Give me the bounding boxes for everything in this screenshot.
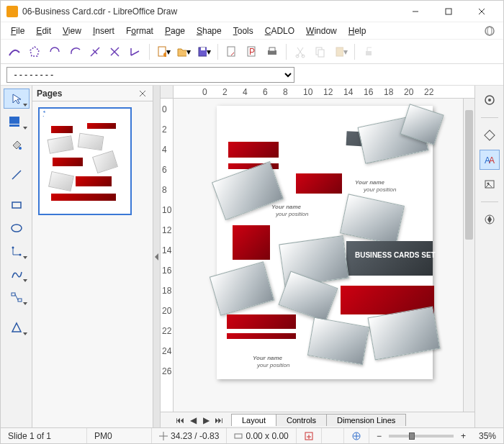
- last-page-button[interactable]: ⏭: [212, 414, 225, 427]
- extension-icon[interactable]: [482, 23, 498, 39]
- cursor-pos-icon: [159, 432, 168, 440]
- horizontal-ruler[interactable]: 0 2 4 6 8 10 12 14 16 18 20 22: [174, 86, 474, 99]
- status-layer: PM0: [87, 428, 152, 443]
- menu-cadlo[interactable]: CADLO: [261, 24, 299, 37]
- maximize-button[interactable]: [433, 1, 464, 22]
- status-slide: Slide 1 of 1: [1, 428, 87, 443]
- page-thumbnail[interactable]: 1: [38, 107, 132, 215]
- first-page-button[interactable]: ⏮: [174, 414, 186, 427]
- print-icon[interactable]: [264, 44, 280, 60]
- line-style-select[interactable]: --------: [6, 67, 294, 83]
- svg-rect-35: [18, 299, 22, 302]
- close-button[interactable]: [466, 1, 498, 22]
- properties-icon[interactable]: [480, 90, 500, 110]
- fit-page-icon[interactable]: [344, 428, 369, 443]
- svg-point-5: [487, 27, 492, 35]
- fill-bucket-tool[interactable]: [4, 135, 30, 155]
- menu-bar: File Edit View Insert Format Page Shape …: [1, 22, 503, 40]
- menu-page[interactable]: Page: [161, 24, 189, 37]
- menu-format[interactable]: Format: [122, 24, 158, 37]
- line-tool[interactable]: [4, 165, 30, 185]
- paste-icon[interactable]: ▾: [333, 44, 348, 60]
- menu-file[interactable]: File: [6, 24, 29, 37]
- connector-tool[interactable]: [4, 241, 30, 261]
- svg-point-40: [488, 99, 491, 101]
- menu-tools[interactable]: Tools: [229, 24, 258, 37]
- panel-collapse-handle[interactable]: [153, 86, 161, 427]
- status-modified-icon[interactable]: [297, 428, 322, 443]
- export-pdf-icon[interactable]: P: [244, 44, 260, 60]
- svg-rect-14: [201, 47, 205, 50]
- size-icon: [234, 432, 243, 440]
- navigator-icon[interactable]: [480, 209, 500, 230]
- select-tool[interactable]: [4, 89, 30, 109]
- zoom-slider[interactable]: −+: [369, 428, 473, 443]
- line-style-bar: --------: [1, 64, 503, 86]
- arc-segment-icon[interactable]: [67, 44, 83, 60]
- tab-dimension[interactable]: Dimension Lines: [326, 414, 406, 426]
- curve-tool-icon[interactable]: [6, 44, 22, 60]
- status-size: 0.00 x 0.00: [227, 428, 296, 443]
- vertical-ruler[interactable]: 0 2 4 6 8 10 12 14 16 18 20 22 24 26: [161, 99, 174, 412]
- svg-point-28: [19, 147, 22, 150]
- main-toolbar: ▾ ▾ ▾ P ▾: [1, 40, 503, 64]
- canvas-area: 0 2 4 6 8 10 12 14 16 18 20 22 0 2 4 6 8: [161, 86, 474, 427]
- cut-icon[interactable]: [292, 44, 308, 60]
- menu-insert[interactable]: Insert: [89, 24, 119, 37]
- menu-shape[interactable]: Shape: [192, 24, 226, 37]
- toolbox: [1, 86, 32, 427]
- curve-draw-tool[interactable]: [4, 264, 30, 284]
- new-doc-icon[interactable]: ▾: [156, 44, 171, 60]
- svg-rect-41: [484, 130, 494, 140]
- polygon-tool-icon[interactable]: [27, 44, 42, 60]
- menu-view[interactable]: View: [58, 24, 86, 37]
- ruler-corner[interactable]: [161, 86, 174, 99]
- vertical-scrollbar[interactable]: [463, 99, 474, 412]
- save-icon[interactable]: ▾: [196, 44, 212, 60]
- prev-page-button[interactable]: ◀: [186, 414, 199, 427]
- svg-text:A: A: [489, 155, 495, 166]
- menu-edit[interactable]: Edit: [32, 24, 55, 37]
- sidebar-rail: AA: [474, 86, 503, 427]
- svg-marker-6: [30, 47, 39, 56]
- svg-rect-26: [9, 117, 19, 124]
- menu-window[interactable]: Window: [302, 24, 341, 37]
- drawing-viewport[interactable]: Your name your position Your name your p…: [174, 99, 463, 412]
- pages-panel-header: Pages: [32, 86, 153, 101]
- arc-tool-icon[interactable]: [47, 44, 63, 60]
- tab-layout[interactable]: Layout: [231, 414, 276, 426]
- svg-text:P: P: [249, 47, 255, 57]
- tab-controls[interactable]: Controls: [276, 414, 327, 426]
- gallery-icon[interactable]: [480, 174, 500, 194]
- angle-icon[interactable]: [127, 44, 143, 60]
- connector2-tool[interactable]: [4, 287, 30, 307]
- pages-panel: Pages 1: [32, 86, 153, 427]
- shapes-icon[interactable]: [480, 125, 500, 145]
- svg-rect-19: [269, 47, 275, 51]
- window-title: 06-Business Card.cdr - LibreOffice Draw: [22, 6, 400, 17]
- minimize-button[interactable]: [400, 1, 431, 22]
- app-icon: [6, 6, 18, 17]
- basic-shapes-tool[interactable]: [4, 317, 30, 337]
- svg-rect-23: [318, 50, 324, 57]
- styles-icon[interactable]: AA: [480, 150, 500, 170]
- trim-icon[interactable]: [87, 44, 103, 60]
- copy-icon[interactable]: [312, 44, 328, 60]
- next-page-button[interactable]: ▶: [199, 414, 212, 427]
- svg-rect-15: [228, 47, 235, 56]
- clone-format-icon[interactable]: [361, 44, 377, 60]
- extend-icon[interactable]: [107, 44, 123, 60]
- svg-rect-27: [9, 124, 19, 127]
- svg-marker-36: [12, 323, 21, 332]
- fill-color-tool[interactable]: [4, 112, 30, 132]
- open-icon[interactable]: ▾: [176, 44, 192, 60]
- status-pos: 34.23 / -0.83: [152, 428, 227, 443]
- menu-help[interactable]: Help: [344, 24, 371, 37]
- export-icon[interactable]: [224, 44, 240, 60]
- status-signature: [322, 428, 344, 443]
- pages-panel-title: Pages: [37, 89, 62, 99]
- zoom-value[interactable]: 35%: [473, 428, 503, 443]
- ellipse-tool[interactable]: [4, 218, 30, 238]
- pages-panel-close-icon[interactable]: [137, 88, 148, 99]
- rectangle-tool[interactable]: [4, 195, 30, 215]
